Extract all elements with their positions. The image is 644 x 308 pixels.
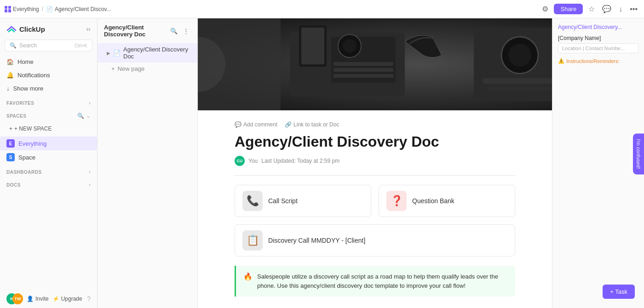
last-updated: Last Updated: Today at 2:59 pm	[261, 158, 339, 164]
docs-section: DOCS ›	[0, 177, 97, 190]
sidebar-item-show-more[interactable]: ↓ Show more	[0, 82, 97, 95]
link-icon: 🔗	[285, 121, 292, 128]
breadcrumb: Everything / 📄 Agency/Client Discov...	[5, 6, 536, 12]
search-icon: 🔍	[10, 42, 17, 49]
logo: ClickUp	[6, 24, 45, 34]
top-bar: Everything / 📄 Agency/Client Discov... ⚙…	[0, 0, 644, 18]
warning-icon: ⚠️	[558, 58, 564, 64]
doc-search-button[interactable]: 🔍	[168, 26, 179, 36]
author-avatar: CU	[235, 156, 245, 166]
doc-body: 💬 Add comment 🔗 Link to task or Doc Agen…	[198, 110, 552, 308]
sidebar-item-home[interactable]: 🏠 Home	[0, 55, 97, 68]
search-bar[interactable]: 🔍 Search Ctrl+K	[5, 40, 92, 51]
svg-rect-13	[483, 78, 552, 84]
company-field[interactable]: Location | Contact Numbe...	[558, 43, 638, 53]
topbar-chat-icon[interactable]: 💬	[600, 3, 613, 15]
card-question-bank[interactable]: ❓ Question Bank	[379, 185, 515, 217]
search-placeholder: Search	[19, 42, 37, 49]
sidebar: ClickUp ‹‹ 🔍 Search Ctrl+K 🏠 Home 🔔 Noti…	[0, 18, 98, 308]
favorites-section: FAVORITES ›	[0, 95, 97, 108]
new-space-label: + NEW SPACE	[14, 125, 52, 132]
card-call-script[interactable]: 📞 Call Script	[235, 185, 371, 217]
topbar-settings-icon[interactable]: ⚙	[540, 3, 550, 15]
doc-main-title: Agency/Client Discovery Doc	[235, 133, 515, 150]
right-panel-link-item: Agency/Client Discovery...	[558, 24, 638, 30]
plus-icon: +	[9, 125, 12, 132]
home-icon: 🏠	[6, 58, 14, 65]
sidebar-item-space[interactable]: S Space	[0, 150, 97, 164]
upgrade-button[interactable]: ⚡ Upgrade	[52, 296, 82, 302]
add-comment-label: Add comment	[243, 121, 277, 128]
task-button[interactable]: + Task	[603, 285, 635, 299]
discovery-call-label: Discovery Call MMDDYY - [Client]	[268, 237, 365, 244]
svg-rect-8	[334, 68, 393, 72]
svg-point-6	[343, 39, 356, 53]
info-box: 🔥 Salespeople utilize a discovery call s…	[235, 266, 515, 297]
share-button[interactable]: Share	[554, 4, 583, 14]
svg-rect-14	[488, 86, 552, 91]
breadcrumb-separator: /	[42, 6, 43, 12]
docs-label: DOCS	[6, 183, 21, 188]
dashboards-expand-icon[interactable]: ›	[89, 169, 91, 175]
tree-expand-icon: ▶	[107, 51, 110, 56]
bell-icon: 🔔	[6, 72, 14, 79]
topbar-export-icon[interactable]: ↓	[617, 3, 624, 15]
doc-sidebar-header: Agency/Client Discovery Doc 🔍 ⋮	[98, 18, 197, 43]
doc-sidebar: Agency/Client Discovery Doc 🔍 ⋮ ▶ 📄 Agen…	[98, 18, 198, 308]
add-comment-button[interactable]: 💬 Add comment	[235, 121, 277, 128]
breadcrumb-everything-label: Everything	[13, 6, 39, 12]
right-panel-doc-link[interactable]: Agency/Client Discovery...	[558, 24, 622, 30]
link-to-task-button[interactable]: 🔗 Link to task or Doc	[285, 121, 339, 128]
confused-button[interactable]: I'm confused!	[633, 133, 644, 174]
right-panel-instructions: ⚠️ Instructions/Reminders:	[558, 58, 638, 64]
new-space-button[interactable]: + + NEW SPACE	[5, 123, 92, 135]
spaces-search-icon[interactable]: 🔍	[77, 113, 84, 119]
favorites-label: FAVORITES	[6, 101, 34, 106]
dashboards-section: DASHBOARDS ›	[0, 164, 97, 177]
doc-tree-item-main[interactable]: ▶ 📄 Agency/Client Discovery Doc	[98, 43, 197, 63]
doc-divider	[235, 175, 515, 176]
doc-tree-label: Agency/Client Discovery Doc	[123, 46, 191, 60]
sidebar-item-notifications[interactable]: 🔔 Notifications	[0, 68, 97, 82]
dashboards-label: DASHBOARDS	[6, 170, 42, 175]
right-panel-company: [Company Name] Location | Contact Numbe.…	[558, 35, 638, 53]
new-page-label: New page	[118, 65, 145, 72]
spaces-section-icons: 🔍 ⌄	[77, 113, 91, 119]
upgrade-label: Upgrade	[61, 296, 82, 302]
company-name-label: [Company Name]	[558, 35, 638, 41]
notifications-label: Notifications	[17, 72, 50, 79]
doc-more-button[interactable]: ⋮	[181, 26, 191, 36]
favorites-expand-icon[interactable]: ›	[89, 100, 91, 106]
docs-expand-icon[interactable]: ›	[89, 182, 91, 188]
help-button[interactable]: ?	[87, 295, 91, 302]
arrow-down-icon: ↓	[6, 85, 10, 92]
topbar-star-icon[interactable]: ☆	[586, 3, 597, 15]
question-bank-icon: ❓	[386, 191, 407, 211]
fire-icon: 🔥	[243, 272, 253, 281]
topbar-more-icon[interactable]: •••	[628, 3, 639, 15]
invite-button[interactable]: 👤 Invite	[27, 296, 49, 302]
sidebar-bottom-area: K TW 👤 Invite ⚡ Upgrade ?	[0, 290, 97, 308]
hero-svg	[198, 18, 552, 110]
doc-sidebar-title: Agency/Client Discovery Doc	[104, 24, 168, 38]
invite-label: Invite	[35, 296, 49, 302]
plus-page-icon: +	[111, 65, 115, 72]
everything-badge: E	[6, 139, 15, 148]
spaces-expand-icon[interactable]: ⌄	[86, 113, 91, 119]
new-page-item[interactable]: + New page	[98, 63, 197, 75]
link-label: Link to task or Doc	[293, 121, 339, 128]
spaces-section: SPACES 🔍 ⌄	[0, 108, 97, 121]
sidebar-item-everything[interactable]: E Everything	[0, 137, 97, 150]
spaces-label: SPACES	[6, 114, 26, 119]
card-discovery-call[interactable]: 📋 Discovery Call MMDDYY - [Client]	[235, 224, 515, 257]
breadcrumb-everything: Everything	[5, 6, 39, 12]
grid-icon	[5, 6, 11, 12]
doc-sidebar-icons: 🔍 ⋮	[168, 26, 191, 36]
home-label: Home	[17, 58, 34, 65]
main-layout: ClickUp ‹‹ 🔍 Search Ctrl+K 🏠 Home 🔔 Noti…	[0, 18, 644, 308]
space-badge: S	[6, 153, 15, 161]
collapse-sidebar-button[interactable]: ‹‹	[86, 25, 91, 33]
lightning-icon: ⚡	[52, 296, 59, 302]
author-name: You	[248, 158, 258, 164]
doc-meta: CU You Last Updated: Today at 2:59 pm	[235, 156, 515, 166]
